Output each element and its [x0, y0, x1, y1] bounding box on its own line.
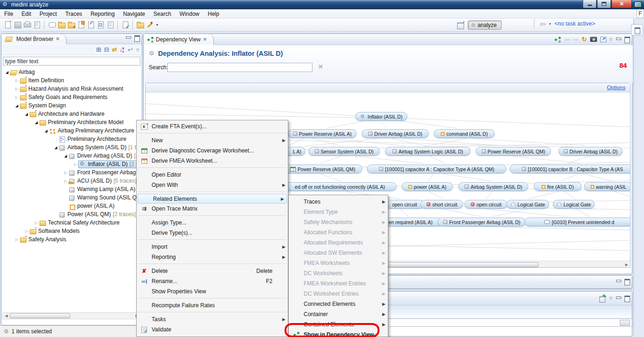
close-tab-icon[interactable]: ✕: [203, 37, 207, 42]
graph-node[interactable]: [100001] capacitor B : Capacitor Type A …: [510, 165, 630, 173]
graph-node[interactable]: Front Passenger Airbag (ASIL D): [438, 218, 526, 226]
tree-item[interactable]: Warning Lamp (ASIL A): [1, 185, 142, 193]
scroll-right-icon[interactable]: ▶: [623, 263, 630, 267]
paste-icon[interactable]: [77, 20, 86, 29]
graph-node[interactable]: Driver Airbag (ASIL D): [558, 147, 623, 156]
menu-item-recompute-failure-rates[interactable]: Recompute Failure Rates: [137, 300, 288, 311]
tree-item[interactable]: ◢Preliminary Architecture Model: [1, 118, 142, 126]
view-dropdown-icon[interactable]: ▽: [610, 296, 612, 300]
graph-node[interactable]: [G010] Prevent unintended d: [524, 218, 630, 226]
forward-icon[interactable]: ⇨: [573, 36, 578, 43]
tree-item[interactable]: ▷Front Passenger Airbag: [1, 168, 142, 177]
menu-item-tasks[interactable]: Tasks▶: [137, 314, 288, 324]
graph-node[interactable]: open circuit: [385, 200, 425, 209]
clear-search-icon[interactable]: ✕: [318, 63, 323, 70]
menu-item-delete[interactable]: ✘DeleteDelete: [137, 266, 288, 276]
perspective-analyze-button[interactable]: ⚙ analyze: [468, 20, 502, 30]
refresh-icon[interactable]: ↻: [582, 36, 587, 43]
maximize-button[interactable]: [597, 0, 611, 8]
tree-item[interactable]: Warning Sound (ASIL Q: [1, 193, 142, 202]
graph-node[interactable]: power (ASIL A): [402, 182, 453, 191]
tree-item[interactable]: ▷Item Definition: [1, 76, 142, 85]
menu-item-create-fta[interactable]: ECreate FTA Event(s)...: [137, 121, 288, 132]
menu-item-related-elements[interactable]: Related Elements▶: [138, 194, 287, 204]
close-button[interactable]: ✕: [611, 0, 632, 8]
menu-item-import[interactable]: Import▶: [137, 242, 288, 252]
graph-node[interactable]: Inflator (ASIL D): [355, 112, 407, 121]
snapshot-icon[interactable]: [590, 37, 597, 42]
menu-item-derive-fmea-worksheet[interactable]: Derive FMEA Worksheet...: [137, 156, 288, 166]
tree-item[interactable]: ◢Airbag System (ASIL D)[1 tr: [1, 143, 142, 152]
open-model-icon[interactable]: [57, 20, 66, 29]
horizontal-scrollbar[interactable]: ◀ ▶: [2, 312, 141, 319]
tree-item[interactable]: ▷ACU (ASIL D)[5 traces]: [1, 177, 142, 185]
edit-document-icon[interactable]: [86, 20, 95, 29]
graph-node[interactable]: warning (ASIL: [584, 182, 630, 191]
graph-node[interactable]: Logical Gate: [506, 200, 549, 209]
tree-item-inflator-selected[interactable]: ▷Inflator (ASIL D)[2 tr: [1, 160, 142, 168]
graph-node[interactable]: [100001] capacitor A : Capacitor Type A …: [367, 165, 506, 173]
menu-traces[interactable]: Traces: [61, 10, 86, 18]
menu-window[interactable]: Window: [175, 10, 204, 18]
tab-dependency-view[interactable]: Dependency View ✕: [144, 34, 214, 45]
new-file-icon[interactable]: [3, 20, 12, 29]
scrollbar-thumb[interactable]: [10, 313, 70, 318]
maximize-view-icon[interactable]: [134, 35, 139, 40]
close-tab-icon[interactable]: ✕: [56, 36, 60, 41]
menu-search[interactable]: Search: [149, 10, 175, 18]
save-icon[interactable]: [13, 20, 22, 29]
menu-project[interactable]: Project: [35, 10, 61, 18]
menu-item-validate[interactable]: Validate: [137, 324, 288, 335]
menu-item-open-editor[interactable]: Open Editor: [137, 170, 288, 180]
graph-node[interactable]: open circuit: [465, 200, 507, 209]
graph-node[interactable]: Sensor System (ASIL D): [308, 147, 380, 156]
back-icon[interactable]: ⇦: [564, 36, 570, 43]
tree-item[interactable]: Preliminary Architecture: [1, 135, 142, 143]
maximize-view-icon[interactable]: [624, 37, 630, 42]
show-dependencies-icon[interactable]: [555, 37, 561, 42]
pin-view-icon[interactable]: [599, 295, 606, 301]
tree-item[interactable]: ▷Safety Analysis: [1, 235, 142, 244]
menu-item-assign-type[interactable]: Assign Type...: [137, 218, 288, 228]
comment-icon[interactable]: [47, 20, 56, 29]
scroll-left-icon[interactable]: ◀: [3, 314, 10, 318]
expand-all-icon[interactable]: ⊞: [96, 45, 101, 54]
tab-model-browser[interactable]: Model Browser ✕: [1, 34, 66, 44]
graph-node[interactable]: Driver Airbag (ASIL D): [362, 129, 429, 138]
tree-item[interactable]: ▷Safety Goals and Requirements: [1, 93, 142, 101]
filter-input[interactable]: [3, 57, 140, 66]
tree-item[interactable]: ◢Airbag: [1, 68, 142, 76]
dependency-search-input[interactable]: [167, 63, 312, 72]
menubar-overflow[interactable]: F: [637, 9, 644, 18]
menu-navigate[interactable]: Navigate: [119, 10, 149, 18]
open-perspective-icon[interactable]: [457, 21, 465, 29]
tree-item[interactable]: power (ASIL A): [1, 202, 142, 210]
task-back-icon[interactable]: ⇦: [540, 20, 546, 27]
graph-node[interactable]: short circuit: [420, 200, 463, 209]
menu-item-open-with[interactable]: Open With▶: [137, 180, 288, 190]
graph-node[interactable]: fire (ASIL D): [534, 182, 582, 191]
panel-button[interactable]: [620, 320, 630, 326]
notebook-icon[interactable]: [106, 20, 115, 29]
menu-edit[interactable]: Edit: [17, 10, 35, 18]
graph-node[interactable]: Power Reserve (ASIL QM): [283, 165, 362, 173]
tree-item[interactable]: Power (ASIL QM)[2 traces]: [1, 210, 142, 218]
tree-item[interactable]: ▷Technical Safety Architecture: [1, 218, 142, 227]
folder-icon[interactable]: [136, 20, 145, 29]
menu-help[interactable]: Help: [204, 10, 224, 18]
graph-node[interactable]: command (ASIL D): [434, 129, 495, 138]
graph-node[interactable]: Power Reserve (ASIL A): [288, 129, 357, 138]
print-icon[interactable]: [23, 20, 32, 29]
graph-node[interactable]: Airbag System (ASIL D): [458, 182, 528, 191]
graph-node[interactable]: Logical Gate: [553, 200, 595, 209]
maximize-view-icon[interactable]: [624, 296, 630, 301]
sort-alphabetical-icon[interactable]: ↓az: [120, 46, 124, 53]
tree-item[interactable]: ◢Airbag Preliminary Architecture: [1, 126, 142, 135]
validate-toolbar-icon[interactable]: [121, 20, 130, 29]
menu-item-derive-dc-worksheet[interactable]: Derive Diagnostic Coverage Worksheet...: [137, 145, 288, 156]
options-link[interactable]: Options: [607, 85, 625, 90]
view-dropdown-icon[interactable]: ▽: [136, 48, 139, 52]
restore-view-button[interactable]: [631, 24, 643, 35]
menu-item-new[interactable]: New▶: [137, 135, 288, 145]
model-folder-icon[interactable]: a: [67, 20, 76, 29]
